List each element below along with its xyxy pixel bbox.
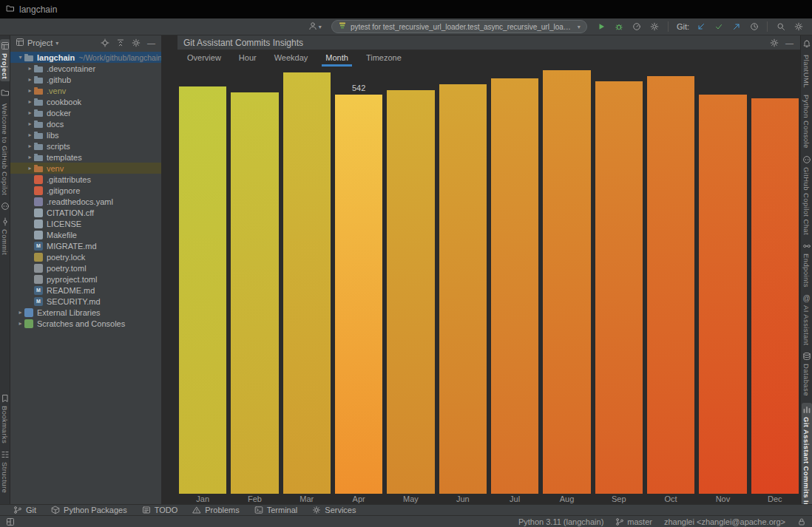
- tool-stripe-button-bookmarks[interactable]: Bookmarks: [1, 394, 10, 443]
- chevron-right-icon[interactable]: ▸: [26, 165, 34, 171]
- tree-item-security-md[interactable]: SECURITY.md: [10, 296, 161, 307]
- toolwindow-button-git[interactable]: Git: [13, 506, 36, 514]
- tree-item-devcontainer[interactable]: ▸.devcontainer: [10, 63, 161, 74]
- tool-stripe-button-copilot-icon[interactable]: [1, 202, 10, 211]
- tool-stripe-button-structure[interactable]: Structure: [1, 450, 10, 493]
- tree-item-venv[interactable]: ▸venv: [10, 163, 161, 174]
- tree-item-readthedocs-yaml[interactable]: .readthedocs.yaml: [10, 196, 161, 207]
- chevron-right-icon[interactable]: ▸: [26, 98, 34, 105]
- tree-item-templates[interactable]: ▸templates: [10, 152, 161, 163]
- tool-stripe-button-project[interactable]: Project: [0, 39, 10, 81]
- project-view-selector[interactable]: Project: [27, 38, 53, 47]
- tree-item-readme-md[interactable]: README.md: [10, 285, 161, 296]
- profiler-button[interactable]: [629, 19, 645, 34]
- bar-nov[interactable]: [699, 95, 746, 494]
- tool-stripe-button-database[interactable]: Database: [802, 352, 811, 396]
- bar-jul[interactable]: [491, 78, 538, 494]
- tab-timezone[interactable]: Timezone: [362, 50, 405, 67]
- chevron-right-icon[interactable]: ▸: [26, 132, 34, 138]
- chevron-down-icon[interactable]: ▾: [16, 54, 24, 61]
- run-configuration-select[interactable]: pytest for test_recursive_url_loader.tes…: [331, 20, 587, 33]
- tab-weekday[interactable]: Weekday: [271, 50, 312, 67]
- python-interpreter-widget[interactable]: Python 3.11 (langchain): [518, 517, 603, 526]
- panel-splitter[interactable]: [161, 35, 177, 504]
- tree-item-gitattributes[interactable]: .gitattributes: [10, 174, 161, 185]
- tree-item-venv[interactable]: ▸.venv: [10, 85, 161, 96]
- bar-aug[interactable]: [543, 70, 590, 494]
- search-everywhere-button[interactable]: [773, 19, 788, 34]
- tree-item-poetry-lock[interactable]: poetry.lock: [10, 251, 161, 262]
- tree-item-langchain[interactable]: ▾langchain~/Work/github/langchain: [10, 52, 161, 63]
- tree-item-external-libraries[interactable]: ▸External Libraries: [10, 307, 161, 318]
- tree-item-makefile[interactable]: Makefile: [10, 229, 161, 240]
- git-push-button[interactable]: [728, 19, 744, 34]
- tab-hour[interactable]: Hour: [235, 50, 260, 67]
- tree-item-scripts[interactable]: ▸scripts: [10, 140, 161, 152]
- chevron-right-icon[interactable]: ▸: [26, 65, 34, 72]
- tool-stripe-button-github-copilot-chat[interactable]: GitHub Copilot Chat: [802, 155, 811, 235]
- bar-sep[interactable]: [595, 81, 643, 494]
- bar-apr[interactable]: [335, 95, 382, 494]
- bar-mar[interactable]: [283, 72, 331, 494]
- tree-item-libs[interactable]: ▸libs: [10, 129, 161, 140]
- tree-item-gitignore[interactable]: .gitignore: [10, 185, 161, 196]
- toolwindow-button-python-packages[interactable]: Python Packages: [51, 506, 127, 514]
- tree-item-docs[interactable]: ▸docs: [10, 118, 161, 129]
- tree-item-pyproject-toml[interactable]: pyproject.toml: [10, 273, 161, 285]
- tool-stripe-button-python-console[interactable]: Python Console: [802, 95, 811, 149]
- tool-stripe-button-commit[interactable]: Commit: [1, 217, 10, 255]
- chevron-right-icon[interactable]: ▸: [16, 309, 24, 316]
- toolwindow-button-problems[interactable]: Problems: [192, 506, 239, 514]
- bar-jun[interactable]: [439, 84, 487, 494]
- debug-button[interactable]: [612, 19, 627, 34]
- layout-icon[interactable]: [4, 516, 16, 527]
- toolwindow-button-services[interactable]: Services: [312, 506, 356, 514]
- git-user-widget[interactable]: zhanglei <zhanglei@apache.org>: [664, 517, 785, 526]
- tree-item-docker[interactable]: ▸docker: [10, 107, 161, 118]
- tool-stripe-button-bell-icon[interactable]: [802, 39, 811, 48]
- chevron-right-icon[interactable]: ▸: [26, 109, 34, 116]
- bar-dec[interactable]: [751, 98, 799, 494]
- bar-jan[interactable]: [179, 86, 226, 494]
- insights-options-button[interactable]: [768, 37, 780, 49]
- tool-stripe-button-endpoints[interactable]: Endpoints: [802, 242, 811, 288]
- ide-settings-button[interactable]: [791, 19, 806, 34]
- tab-month[interactable]: Month: [322, 50, 352, 67]
- tool-stripe-button-ai-assistant[interactable]: @AI Assistant: [802, 294, 811, 345]
- bar-feb[interactable]: [231, 92, 278, 494]
- tool-stripe-button-folder-tool-icon[interactable]: [1, 88, 10, 97]
- hide-panel-button[interactable]: —: [145, 37, 158, 49]
- lock-widget[interactable]: [797, 517, 806, 526]
- hide-insights-button[interactable]: —: [783, 37, 796, 49]
- tool-stripe-button-plantuml[interactable]: PlantUML: [802, 55, 811, 88]
- tree-item-citation-cff[interactable]: CITATION.cff: [10, 207, 161, 218]
- chevron-right-icon[interactable]: ▸: [26, 120, 34, 127]
- bar-oct[interactable]: [647, 76, 694, 494]
- tree-item-scratches-and-consoles[interactable]: ▸Scratches and Consoles: [10, 318, 161, 329]
- tree-item-github[interactable]: ▸.github: [10, 74, 161, 85]
- git-update-button[interactable]: [693, 19, 708, 34]
- history-button[interactable]: [746, 19, 762, 34]
- bar-may[interactable]: [387, 90, 434, 494]
- tab-overview[interactable]: Overview: [183, 50, 225, 67]
- collapse-all-button[interactable]: [114, 37, 126, 49]
- tool-stripe-button-welcome-to-github-copilot[interactable]: Welcome to GitHub Copilot: [1, 103, 9, 195]
- git-commit-button[interactable]: [711, 19, 726, 34]
- tree-item-poetry-toml[interactable]: poetry.toml: [10, 262, 161, 273]
- run-button[interactable]: [594, 19, 609, 34]
- user-account-button[interactable]: ▾: [308, 20, 322, 33]
- project-panel-options-button[interactable]: [129, 37, 142, 49]
- chevron-right-icon[interactable]: ▸: [26, 87, 34, 94]
- select-opened-file-button[interactable]: [98, 37, 111, 49]
- run-options-button[interactable]: [647, 19, 663, 34]
- tree-item-migrate-md[interactable]: MIGRATE.md: [10, 240, 161, 251]
- git-branch-widget[interactable]: master: [615, 517, 652, 526]
- tool-stripe-button-git-assistant-commits-insights[interactable]: Git Assistant Commits Insights: [802, 403, 812, 504]
- toolwindow-button-todo[interactable]: TODO: [142, 506, 178, 514]
- chevron-right-icon[interactable]: ▸: [26, 76, 34, 83]
- chevron-right-icon[interactable]: ▸: [26, 143, 34, 149]
- toolwindow-button-terminal[interactable]: Terminal: [254, 506, 298, 514]
- chevron-right-icon[interactable]: ▸: [26, 154, 34, 160]
- tree-item-license[interactable]: LICENSE: [10, 218, 161, 229]
- chevron-right-icon[interactable]: ▸: [16, 320, 24, 327]
